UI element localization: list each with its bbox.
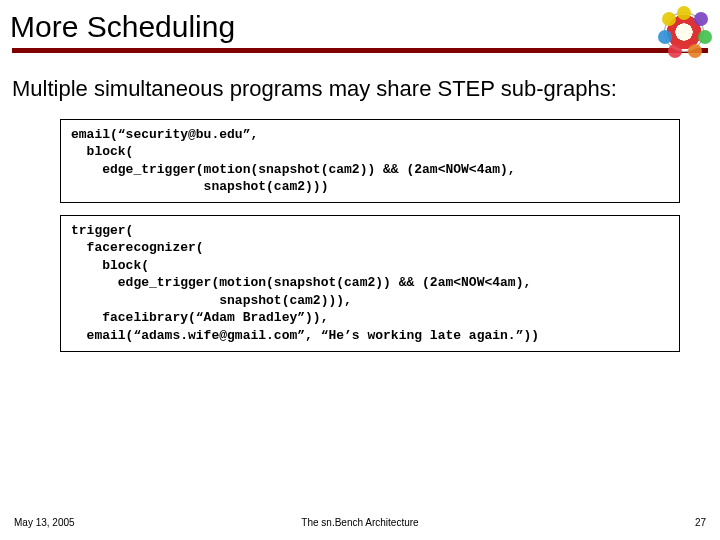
logo-petal (658, 30, 672, 44)
logo-petal (662, 12, 676, 26)
logo-petal (694, 12, 708, 26)
logo-petal (688, 44, 702, 58)
logo-petal (677, 6, 691, 20)
logo-petal (698, 30, 712, 44)
code-block-1: email(“security@bu.edu”, block( edge_tri… (60, 119, 680, 203)
footer-page-number: 27 (695, 517, 706, 528)
logo-petal (668, 44, 682, 58)
corner-logo (658, 6, 710, 58)
footer-center: The sn.Bench Architecture (0, 517, 720, 528)
slide-subtitle: Multiple simultaneous programs may share… (0, 53, 720, 113)
slide-title: More Scheduling (0, 0, 720, 48)
code-block-2: trigger( facerecognizer( block( edge_tri… (60, 215, 680, 352)
